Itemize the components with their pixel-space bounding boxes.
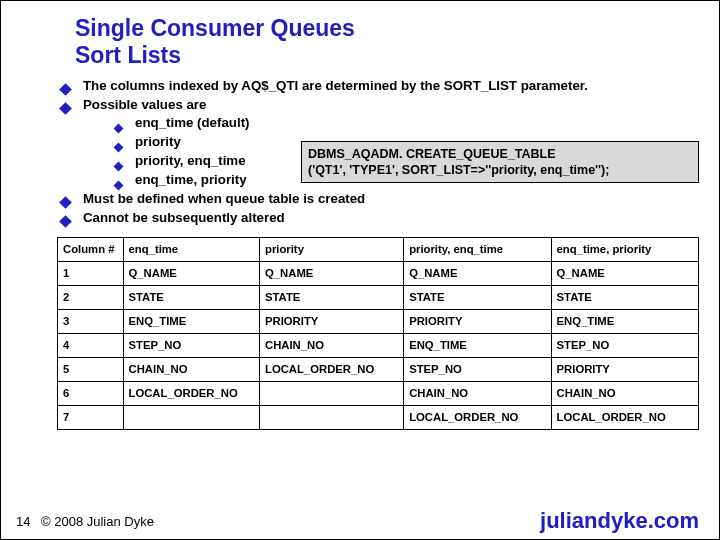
cell: 6	[58, 381, 124, 405]
content-area: The columns indexed by AQ$_QTI are deter…	[1, 77, 719, 430]
slide-title: Single Consumer Queues Sort Lists	[1, 1, 719, 77]
cell	[260, 381, 404, 405]
columns-table: Column # enq_time priority priority, enq…	[57, 237, 699, 430]
table-row: 4 STEP_NO CHAIN_NO ENQ_TIME STEP_NO	[58, 333, 699, 357]
cell	[260, 405, 404, 429]
bullet-item: The columns indexed by AQ$_QTI are deter…	[57, 77, 695, 95]
table-header-row: Column # enq_time priority priority, enq…	[58, 237, 699, 261]
bullet-item: Must be defined when queue table is crea…	[57, 190, 695, 208]
table-row: 7 LOCAL_ORDER_NO LOCAL_ORDER_NO	[58, 405, 699, 429]
cell: STATE	[551, 285, 698, 309]
table-row: 1 Q_NAME Q_NAME Q_NAME Q_NAME	[58, 261, 699, 285]
cell	[123, 405, 259, 429]
cell: LOCAL_ORDER_NO	[404, 405, 551, 429]
title-line2: Sort Lists	[75, 42, 181, 68]
slide-number: 14	[16, 514, 30, 529]
bullet-text: The columns indexed by AQ$_QTI are deter…	[83, 78, 588, 93]
copyright: © 2008 Julian Dyke	[41, 514, 154, 529]
sub-bullet-text: enq_time, priority	[135, 172, 247, 187]
code-line: ('QT1', 'TYPE1', SORT_LIST=>''priority, …	[308, 163, 609, 177]
table-body: 1 Q_NAME Q_NAME Q_NAME Q_NAME 2 STATE ST…	[58, 261, 699, 429]
col-header: Column #	[58, 237, 124, 261]
sub-bullet-text: priority	[135, 134, 181, 149]
cell: Q_NAME	[260, 261, 404, 285]
cell: STATE	[123, 285, 259, 309]
cell: Q_NAME	[551, 261, 698, 285]
cell: 7	[58, 405, 124, 429]
bullet-item: Cannot be subsequently altered	[57, 209, 695, 227]
table-row: 5 CHAIN_NO LOCAL_ORDER_NO STEP_NO PRIORI…	[58, 357, 699, 381]
bullet-text: Possible values are	[83, 97, 206, 112]
cell: Q_NAME	[123, 261, 259, 285]
cell: ENQ_TIME	[123, 309, 259, 333]
cell: LOCAL_ORDER_NO	[551, 405, 698, 429]
cell: LOCAL_ORDER_NO	[260, 357, 404, 381]
cell: STEP_NO	[551, 333, 698, 357]
cell: 1	[58, 261, 124, 285]
cell: STATE	[260, 285, 404, 309]
cell: PRIORITY	[260, 309, 404, 333]
cell: CHAIN_NO	[404, 381, 551, 405]
cell: ENQ_TIME	[404, 333, 551, 357]
cell: 4	[58, 333, 124, 357]
cell: LOCAL_ORDER_NO	[123, 381, 259, 405]
cell: PRIORITY	[404, 309, 551, 333]
code-box: DBMS_AQADM. CREATE_QUEUE_TABLE ('QT1', '…	[301, 141, 699, 183]
cell: 2	[58, 285, 124, 309]
cell: STEP_NO	[404, 357, 551, 381]
cell: STEP_NO	[123, 333, 259, 357]
cell: CHAIN_NO	[551, 381, 698, 405]
sub-bullet-text: priority, enq_time	[135, 153, 246, 168]
table-row: 3 ENQ_TIME PRIORITY PRIORITY ENQ_TIME	[58, 309, 699, 333]
title-line1: Single Consumer Queues	[75, 15, 355, 41]
col-header: enq_time	[123, 237, 259, 261]
cell: 5	[58, 357, 124, 381]
cell: ENQ_TIME	[551, 309, 698, 333]
table-row: 2 STATE STATE STATE STATE	[58, 285, 699, 309]
col-header: priority	[260, 237, 404, 261]
diamond-icon	[59, 100, 72, 118]
cell: PRIORITY	[551, 357, 698, 381]
col-header: priority, enq_time	[404, 237, 551, 261]
col-header: enq_time, priority	[551, 237, 698, 261]
cell: Q_NAME	[404, 261, 551, 285]
code-line: DBMS_AQADM. CREATE_QUEUE_TABLE	[308, 147, 555, 161]
cell: STATE	[404, 285, 551, 309]
cell: 3	[58, 309, 124, 333]
table-row: 6 LOCAL_ORDER_NO CHAIN_NO CHAIN_NO	[58, 381, 699, 405]
table-head: Column # enq_time priority priority, enq…	[58, 237, 699, 261]
diamond-icon	[59, 213, 72, 231]
cell: CHAIN_NO	[123, 357, 259, 381]
bullet-text: Must be defined when queue table is crea…	[83, 191, 365, 206]
bullet-text: Cannot be subsequently altered	[83, 210, 285, 225]
cell: CHAIN_NO	[260, 333, 404, 357]
sub-bullet-text: enq_time (default)	[135, 115, 250, 130]
website: juliandyke.com	[540, 508, 699, 534]
sub-bullet-item: enq_time (default)	[113, 114, 695, 132]
